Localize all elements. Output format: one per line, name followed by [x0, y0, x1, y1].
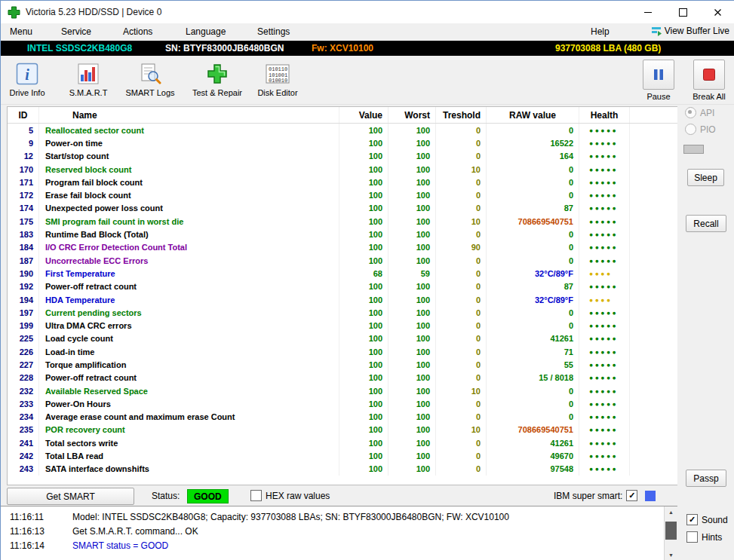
- blue-color-swatch[interactable]: [645, 491, 656, 501]
- table-row-attr-226[interactable]: 226Load-in time100100071●●●●●: [8, 345, 678, 358]
- menu-item-settings[interactable]: Settings: [257, 26, 290, 37]
- cell-treshold: 0: [436, 150, 487, 163]
- cell-value: 100: [339, 188, 388, 201]
- table-row-attr-197[interactable]: 197Current pending sectors10010000●●●●●: [8, 306, 678, 319]
- radio-icon: [685, 124, 696, 135]
- checkbox-checked-icon: ✓: [626, 490, 637, 501]
- table-row-attr-225[interactable]: 225Load cycle count100100041261●●●●●: [8, 332, 678, 345]
- tab-test-repair[interactable]: Test & Repair: [189, 61, 245, 97]
- cell-worst: 100: [388, 215, 436, 228]
- table-row-attr-170[interactable]: 170Reserved block count100100100●●●●●: [8, 163, 678, 176]
- recall-button[interactable]: Recall: [686, 215, 726, 232]
- tab-smart[interactable]: S.M.A.R.T: [66, 61, 111, 97]
- header-health[interactable]: Health: [579, 107, 630, 123]
- header-raw-value[interactable]: RAW value: [487, 107, 579, 123]
- cell-raw: 87: [487, 202, 579, 215]
- cell-worst: 100: [388, 280, 436, 293]
- menu-item-menu[interactable]: Menu: [10, 26, 32, 37]
- table-row-attr-175[interactable]: 175SMI program fail count in worst die10…: [8, 215, 678, 228]
- checkbox-unchecked-icon: [686, 531, 698, 543]
- header-value[interactable]: Value: [339, 107, 388, 123]
- cell-id: 171: [8, 176, 39, 188]
- table-row-attr-241[interactable]: 241Total sectors write100100041261●●●●●: [8, 436, 678, 449]
- scroll-up-icon[interactable]: ▲: [665, 506, 677, 518]
- header-id[interactable]: ID: [8, 107, 39, 123]
- cell-health: ●●●●●: [579, 202, 630, 215]
- cell-treshold: 0: [436, 228, 487, 240]
- sound-label: Sound: [702, 515, 728, 525]
- menu-item-actions[interactable]: Actions: [123, 26, 152, 37]
- passp-button[interactable]: Passp: [686, 470, 726, 487]
- ibm-super-smart-checkbox[interactable]: IBM super smart: ✓: [554, 490, 656, 501]
- table-row-attr-243[interactable]: 243SATA interface downshifts100100097548…: [8, 463, 678, 476]
- menu-item-service[interactable]: Service: [61, 26, 91, 37]
- cell-worst: 100: [388, 384, 436, 397]
- tab-drive-info[interactable]: i Drive Info: [5, 61, 49, 97]
- table-row-attr-192[interactable]: 192Power-off retract count100100087●●●●●: [8, 280, 678, 293]
- cell-raw: 49670: [487, 449, 579, 462]
- menu-item-help[interactable]: Help: [591, 26, 610, 37]
- scrollbar-thumb[interactable]: [665, 522, 677, 540]
- toolbar: i Drive Info S.M.A.R.T: [1, 56, 734, 105]
- cell-value: 100: [339, 136, 388, 149]
- tab-disk-editor[interactable]: 010110 101001 010010 Disk Editor: [254, 61, 301, 97]
- hints-checkbox[interactable]: Hints: [686, 531, 722, 543]
- table-row-attr-174[interactable]: 174Unexpected power loss count100100087●…: [8, 202, 678, 215]
- content: ID Name Value Worst Treshold RAW value H…: [1, 105, 734, 560]
- sound-checkbox[interactable]: ✓ Sound: [686, 514, 728, 525]
- cell-name: Load-in time: [39, 345, 339, 358]
- cell-filler: [630, 150, 678, 163]
- cell-value: 100: [339, 241, 388, 254]
- cell-raw: 0: [487, 306, 579, 319]
- table-row-attr-12[interactable]: 12Start/stop count1001000164●●●●●: [8, 150, 678, 163]
- table-row-attr-9[interactable]: 9Power-on time100100016522●●●●●: [8, 136, 678, 149]
- cell-name: HDA Temperature: [39, 293, 339, 306]
- table-row-attr-227[interactable]: 227Torque amplification100100055●●●●●: [8, 358, 678, 371]
- table-row-attr-172[interactable]: 172Erase fail block count10010000●●●●●: [8, 188, 678, 201]
- svg-text:i: i: [25, 66, 29, 83]
- table-row-attr-234[interactable]: 234Average erase count and maximum erase…: [8, 411, 678, 424]
- sleep-button[interactable]: Sleep: [687, 169, 724, 186]
- table-row-attr-171[interactable]: 171Program fail block count10010000●●●●●: [8, 176, 678, 188]
- cell-name: Load cycle count: [39, 332, 339, 345]
- table-row-attr-242[interactable]: 242Total LBA read100100049670●●●●●: [8, 449, 678, 462]
- cell-id: 241: [8, 436, 39, 449]
- cell-treshold: 0: [436, 411, 487, 424]
- pio-radio[interactable]: PIO: [685, 124, 716, 135]
- table-row-attr-184[interactable]: 184I/O CRC Error Detection Count Total10…: [8, 241, 678, 254]
- table-row-attr-228[interactable]: 228Power-off retract count100100015 / 80…: [8, 372, 678, 384]
- hex-raw-values-checkbox[interactable]: HEX raw values: [250, 490, 330, 501]
- cell-treshold: 10: [436, 215, 487, 228]
- pause-button[interactable]: Pause: [642, 60, 675, 101]
- table-row-attr-5[interactable]: 5Reallocated sector count10010000●●●●●: [8, 124, 678, 136]
- view-buffer-icon: [651, 26, 662, 36]
- log-scrollbar[interactable]: ▲ ▼: [664, 506, 677, 560]
- view-buffer-live-button[interactable]: View Buffer Live: [651, 26, 729, 36]
- smart-table: ID Name Value Worst Treshold RAW value H…: [7, 106, 679, 485]
- get-smart-button[interactable]: Get SMART: [7, 488, 134, 505]
- table-row-attr-235[interactable]: 235POR recovery count1001001070866954075…: [8, 424, 678, 436]
- menu-item-language[interactable]: Language: [186, 26, 226, 37]
- scroll-down-icon[interactable]: ▼: [665, 549, 677, 560]
- table-row-attr-190[interactable]: 190First Temperature6859032°C/89°F●●●●: [8, 267, 678, 280]
- cell-raw: 164: [487, 150, 579, 163]
- table-row-attr-199[interactable]: 199Ultra DMA CRC errors10010000●●●●●: [8, 319, 678, 332]
- table-row-attr-194[interactable]: 194HDA Temperature100100032°C/89°F●●●●: [8, 293, 678, 306]
- cell-value: 100: [339, 384, 388, 397]
- table-row-attr-233[interactable]: 233Power-On Hours10010000●●●●●: [8, 397, 678, 410]
- close-button[interactable]: [700, 1, 734, 23]
- minimize-button[interactable]: [631, 1, 665, 23]
- table-row-attr-187[interactable]: 187Uncorrectable ECC Errors10010000●●●●●: [8, 254, 678, 267]
- api-radio[interactable]: API: [685, 107, 714, 118]
- cell-name: I/O CRC Error Detection Count Total: [39, 241, 339, 254]
- maximize-button[interactable]: [665, 1, 700, 23]
- break-all-button[interactable]: Break All: [687, 60, 731, 101]
- header-name[interactable]: Name: [39, 107, 339, 123]
- tab-smart-logs[interactable]: SMART Logs: [124, 61, 176, 97]
- header-worst[interactable]: Worst: [388, 107, 436, 123]
- cell-name: Total LBA read: [39, 449, 339, 462]
- table-row-attr-232[interactable]: 232Available Reserved Space100100100●●●●…: [8, 384, 678, 397]
- header-treshold[interactable]: Treshold: [436, 107, 487, 123]
- table-row-attr-183[interactable]: 183Runtime Bad Block (Total)10010000●●●●…: [8, 228, 678, 240]
- cell-id: 183: [8, 228, 39, 240]
